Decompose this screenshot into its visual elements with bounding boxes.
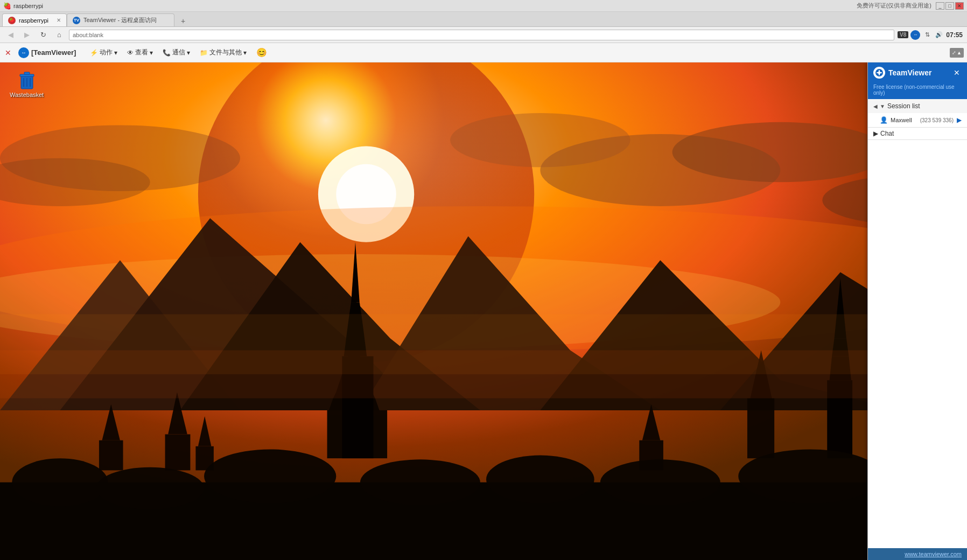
tab-bar: 🍓 raspberrypi ✕ TV TeamViewer - 远程桌面访问 +	[0, 12, 967, 27]
tab-close-raspberry[interactable]: ✕	[57, 17, 61, 23]
address-url: about:blank	[73, 32, 103, 38]
home-button[interactable]: ⌂	[53, 29, 66, 41]
svg-point-46	[486, 456, 594, 503]
refresh-button[interactable]: ↻	[37, 29, 50, 41]
session-list-section: ◀ ▼ Session list 👤 Maxwell (323 539 336)…	[868, 99, 967, 128]
session-list-label: Session list	[887, 102, 920, 110]
files-icon: 📁	[200, 49, 208, 57]
action-label: 动作	[100, 48, 113, 57]
tv-toolbar-close[interactable]: ✕	[3, 48, 13, 58]
v8-badge: V8	[898, 31, 908, 38]
session-collapse-icon: ◀	[873, 103, 878, 109]
tv-menu-items: ⚡ 动作 ▾ 👁 查看 ▾ 📞 通信 ▾ 📁 文件与其他 ▾ 😊	[86, 46, 271, 60]
tv-toolbar-title: ↔ [TeamViewer]	[18, 47, 76, 58]
tv-panel-subtitle: Free license (non-commercial use only)	[868, 83, 967, 99]
tv-panel-close-button[interactable]: ✕	[952, 68, 962, 78]
tv-panel-header: TeamViewer ✕	[868, 62, 967, 83]
chat-header[interactable]: ▶ Chat	[868, 128, 967, 139]
svg-point-42	[12, 458, 108, 506]
maximize-button[interactable]: □	[945, 2, 954, 10]
title-bar-text: raspberrypi	[13, 3, 43, 9]
svg-rect-51	[0, 350, 967, 398]
main-area: Wastebasket TeamViewer ✕	[0, 62, 967, 560]
tv-panel-body: ◀ ▼ Session list 👤 Maxwell (323 539 336)…	[868, 99, 967, 548]
wastebasket-image	[16, 69, 38, 90]
svg-point-48	[738, 449, 882, 503]
files-label: 文件与其他	[209, 48, 242, 57]
tab-favicon-raspberry: 🍓	[8, 17, 16, 24]
tv-panel: TeamViewer ✕ Free license (non-commercia…	[867, 62, 967, 560]
svg-rect-28	[99, 440, 123, 471]
minimize-button[interactable]: _	[936, 2, 944, 10]
comm-icon: 📞	[163, 49, 171, 57]
chat-expand-icon: ▶	[873, 130, 878, 137]
title-bar: 🍓 raspberrypi 免费许可证(仅供非商业用途) _ □ ✕	[0, 0, 967, 12]
tv-panel-footer: www.teamviewer.com	[868, 548, 967, 560]
tab-raspberrypi[interactable]: 🍓 raspberrypi ✕	[2, 13, 67, 26]
user-icon: 👤	[880, 116, 887, 124]
forward-button[interactable]: ▶	[20, 29, 33, 41]
session-id: (323 539 336)	[920, 117, 954, 123]
session-list-header[interactable]: ◀ ▼ Session list	[868, 99, 967, 113]
title-bar-left: 🍓 raspberrypi	[3, 2, 43, 10]
tv-toolbar: ✕ ↔ [TeamViewer] ⚡ 动作 ▾ 👁 查看 ▾ 📞 通信 ▾ 📁	[0, 43, 967, 62]
desktop-background: Wastebasket	[0, 62, 967, 560]
panel-spacer	[868, 140, 967, 548]
chat-section: ▶ Chat	[868, 128, 967, 140]
tab-label-tv: TeamViewer - 远程桌面访问	[83, 16, 157, 24]
tv-website-link[interactable]: www.teamviewer.com	[905, 551, 962, 557]
view-label: 查看	[135, 48, 148, 57]
time-display: 07:55	[946, 31, 963, 39]
tv-title-text: [TeamViewer]	[31, 48, 76, 57]
tv-panel-title-text: TeamViewer	[888, 68, 931, 77]
session-name: Maxwell	[891, 117, 917, 123]
tab-teamviewer[interactable]: TV TeamViewer - 远程桌面访问	[67, 13, 174, 26]
arrows-icon: ⇅	[922, 30, 932, 40]
tv-menu-action[interactable]: ⚡ 动作 ▾	[86, 46, 122, 60]
raspberry-favicon: 🍓	[3, 2, 11, 10]
comm-label: 通信	[172, 48, 185, 57]
session-item-maxwell[interactable]: 👤 Maxwell (323 539 336) ▶	[868, 113, 967, 127]
tab-label-raspberry: raspberrypi	[19, 17, 48, 24]
svg-point-8	[450, 113, 630, 167]
resize-button[interactable]: ⤢ ▲	[950, 48, 964, 58]
tv-toolbar-right: ⤢ ▲	[950, 48, 964, 58]
window-close-button[interactable]: ✕	[955, 2, 964, 10]
tv-menu-emoji[interactable]: 😊	[252, 46, 271, 60]
back-button[interactable]: ◀	[4, 29, 17, 41]
address-input[interactable]: about:blank	[69, 30, 894, 40]
tv-menu-files[interactable]: 📁 文件与其他 ▾	[195, 46, 251, 60]
address-bar-icons: V8 ↔ ⇅ 🔊 07:55	[898, 30, 963, 40]
svg-rect-30	[165, 435, 191, 471]
svg-point-44	[204, 449, 336, 503]
emoji-icon: 😊	[256, 47, 267, 58]
svg-point-59	[878, 72, 881, 74]
tv-toolbar-logo: ↔	[18, 47, 29, 58]
chat-label: Chat	[880, 130, 894, 137]
sunset-svg	[0, 62, 967, 560]
title-bar-right: 免费许可证(仅供非商业用途) _ □ ✕	[857, 2, 964, 10]
action-arrow: ▾	[114, 49, 117, 57]
tv-menu-comm[interactable]: 📞 通信 ▾	[158, 46, 194, 60]
resize-icon: ⤢	[952, 50, 956, 55]
files-arrow: ▾	[243, 49, 247, 57]
svg-marker-23	[349, 302, 361, 314]
wastebasket-label: Wastebasket	[10, 92, 44, 98]
resize-arrow: ▲	[957, 50, 962, 55]
svg-point-7	[672, 122, 888, 182]
svg-point-43	[96, 467, 204, 509]
svg-rect-54	[24, 72, 30, 74]
tv-tray-icon[interactable]: ↔	[910, 30, 920, 40]
tv-menu-view[interactable]: 👁 查看 ▾	[123, 46, 157, 60]
view-icon: 👁	[127, 49, 134, 57]
tv-logo-svg	[875, 68, 884, 77]
wastebasket-icon[interactable]: Wastebasket	[10, 69, 44, 98]
new-tab-button[interactable]: +	[177, 16, 190, 26]
svg-rect-53	[20, 74, 34, 76]
view-arrow: ▾	[150, 49, 153, 57]
action-icon: ⚡	[90, 49, 98, 57]
tv-panel-title: TeamViewer	[873, 67, 931, 79]
browser-frame: 🍓 raspberrypi 免费许可证(仅供非商业用途) _ □ ✕ 🍓 ras…	[0, 0, 967, 560]
wastebasket-svg	[17, 69, 37, 90]
volume-icon: 🔊	[934, 30, 944, 40]
